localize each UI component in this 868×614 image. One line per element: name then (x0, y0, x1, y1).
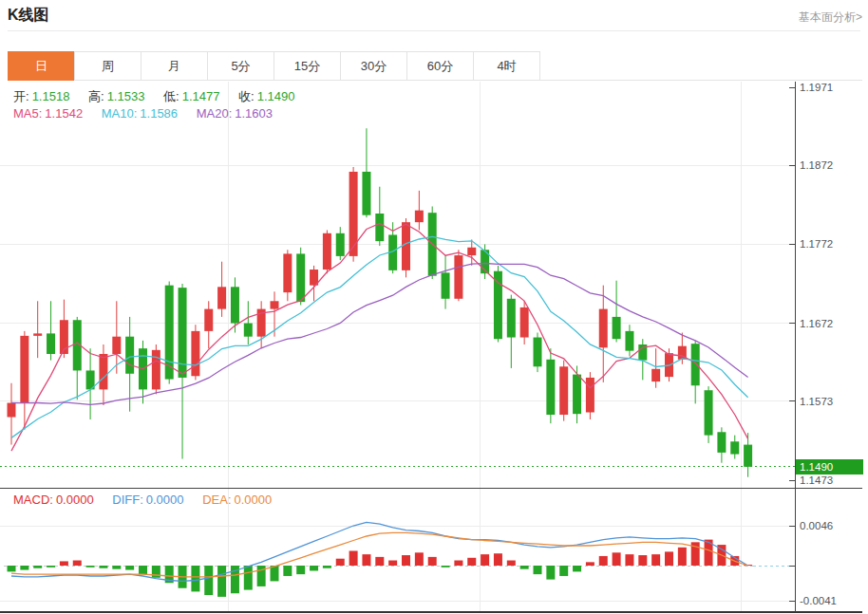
candle-body (362, 172, 370, 215)
candle-body (47, 333, 55, 354)
candle-body (705, 390, 713, 435)
macd-histogram-bar (8, 566, 16, 571)
ma20-value: 1.1603 (235, 106, 273, 121)
macd-histogram-bar (613, 552, 621, 566)
macd-histogram-bar (651, 554, 660, 566)
candle-body (323, 233, 331, 270)
candle-body (20, 336, 28, 403)
close-label: 收: (238, 89, 255, 103)
macd-histogram-bar (310, 566, 318, 570)
current-price-badge: 1.1490 (796, 459, 863, 474)
candle-body (586, 378, 594, 413)
high-label: 高: (88, 89, 104, 103)
price-axis-label: 1.1672 (800, 318, 833, 329)
candle-body (125, 337, 134, 374)
macd-histogram-bar (428, 557, 437, 566)
macd-histogram-bar (204, 566, 213, 595)
macd-axis-label: 0.0046 (800, 520, 833, 531)
price-axis-label: 1.1772 (800, 238, 833, 250)
macd-histogram-bar (271, 566, 279, 581)
macd-histogram-bar (296, 566, 305, 574)
candle-body (191, 331, 199, 376)
candle-body (730, 441, 739, 454)
macd-histogram-bar (625, 554, 633, 566)
macd-legend: MACD:0.0000 DIFF:0.0000 DEA:0.0000 (13, 493, 287, 507)
tab-day[interactable]: 日 (8, 51, 75, 81)
ma-legend: MA5:1.1542 MA10:1.1586 MA20:1.1603 (13, 106, 288, 121)
macd-histogram-bar (47, 566, 55, 567)
macd-histogram-bar (546, 566, 555, 580)
candle-body (442, 272, 450, 298)
price-axis-label: 1.1971 (800, 82, 833, 93)
tab-60min[interactable]: 60分 (406, 51, 474, 81)
candle-body (375, 214, 384, 241)
tab-4hour[interactable]: 4时 (473, 51, 540, 81)
macd-label: MACD: (13, 493, 53, 507)
candle-body (494, 271, 502, 339)
macd-histogram-bar (638, 555, 647, 566)
macd-histogram-bar (534, 566, 542, 574)
high-value: 1.1533 (107, 89, 145, 103)
candle-body (454, 255, 462, 299)
candle-body (112, 337, 121, 354)
macd-histogram-bar (559, 566, 568, 576)
tab-5min[interactable]: 5分 (207, 51, 274, 81)
macd-histogram-bar (454, 561, 462, 566)
macd-histogram-bar (191, 566, 199, 591)
tab-week[interactable]: 周 (74, 51, 142, 81)
candle-body (99, 354, 107, 389)
dea-label: DEA: (202, 493, 231, 507)
tab-15min[interactable]: 15分 (274, 51, 341, 81)
candle-body (691, 344, 700, 385)
macd-histogram-bar (60, 561, 68, 566)
candle-body (217, 287, 226, 308)
macd-histogram-bar (217, 566, 226, 597)
candle-body (271, 301, 279, 308)
candle-body (244, 324, 253, 337)
tab-30min[interactable]: 30分 (340, 51, 407, 81)
price-axis-label: 1.1872 (800, 159, 833, 171)
macd-histogram-bar (349, 550, 358, 566)
macd-histogram-bar (599, 556, 608, 566)
candle-body (507, 299, 516, 338)
candle-body (467, 248, 476, 255)
candle-body (534, 338, 542, 367)
macd-histogram-bar (507, 561, 516, 566)
ma10-label: MA10: (102, 106, 138, 121)
price-axis-label: 1.1573 (800, 396, 833, 407)
macd-histogram-bar (73, 561, 82, 566)
macd-value: 0.0000 (56, 493, 94, 507)
candle-body (599, 309, 608, 348)
candle-body (296, 253, 305, 302)
ma5-label: MA5: (13, 106, 42, 121)
ma10-value: 1.1586 (140, 106, 178, 121)
macd-histogram-bar (402, 555, 410, 566)
diff-label: DIFF: (112, 493, 143, 507)
candle-body (402, 222, 410, 270)
macd-histogram-bar (586, 562, 594, 566)
candle-body (559, 366, 568, 415)
macd-histogram-bar (481, 554, 489, 566)
macd-histogram-bar (244, 566, 253, 590)
dea-value: 0.0000 (235, 493, 273, 507)
ma10-line (11, 236, 748, 437)
candle-body (717, 432, 726, 453)
macd-histogram-bar (112, 566, 121, 569)
candle-body (8, 403, 16, 418)
candle-body (231, 287, 239, 323)
ma5-line (11, 224, 748, 452)
diff-value: 0.0000 (146, 493, 184, 507)
candle-body (573, 375, 581, 415)
candle-body (415, 211, 424, 222)
ma20-line (11, 264, 748, 405)
macd-histogram-bar (467, 558, 476, 566)
macd-histogram-bar (573, 566, 581, 571)
tab-month[interactable]: 月 (141, 51, 208, 81)
macd-histogram-bar (415, 552, 424, 566)
macd-axis-label: -0.0041 (800, 595, 837, 606)
macd-histogram-bar (362, 554, 370, 566)
low-label: 低: (163, 89, 179, 103)
macd-histogram-bar (375, 557, 384, 566)
dea-line (11, 532, 748, 577)
macd-histogram-bar (520, 566, 529, 569)
